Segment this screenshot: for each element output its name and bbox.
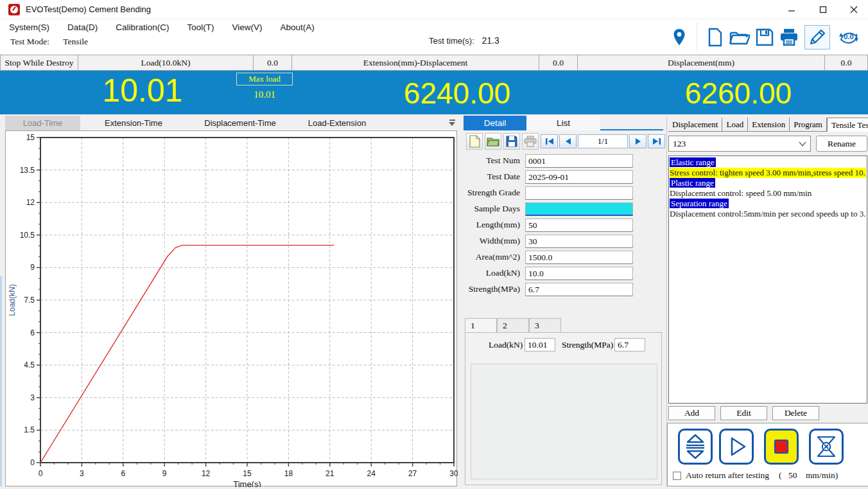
result-tab-2[interactable]: 2 <box>497 318 529 332</box>
sample-days-field[interactable] <box>525 202 633 216</box>
window-title: EVOTest(Demo) Cement Bending <box>26 4 151 14</box>
result-tab-3[interactable]: 3 <box>529 318 561 332</box>
location-pin-icon[interactable] <box>672 28 687 47</box>
detail-new-file-icon[interactable] <box>466 133 483 150</box>
svg-text:3: 3 <box>30 393 35 402</box>
scheme-select-value: 123 <box>673 139 686 149</box>
detail-panel: Detail List 1/1 <box>464 116 663 486</box>
edit-pencil-icon[interactable] <box>804 25 830 49</box>
return-hourglass-icon <box>813 434 839 459</box>
minimize-button[interactable] <box>777 0 806 19</box>
next-page-button[interactable] <box>629 134 647 148</box>
status-bar: Stop While Destroy Load(10.0kN) 0.0 Exte… <box>0 55 868 71</box>
area-field[interactable] <box>525 251 633 264</box>
add-button[interactable]: Add <box>668 406 715 420</box>
sample-days-label: Sample Days <box>464 204 520 214</box>
first-page-button[interactable] <box>541 134 558 148</box>
start-play-icon <box>724 434 749 459</box>
jog-up-down-icon <box>682 433 708 460</box>
toolbar-separator <box>697 22 697 52</box>
tab-load[interactable]: Load <box>722 118 748 132</box>
stop-button[interactable] <box>764 429 799 465</box>
svg-text:Load(kN): Load(kN) <box>8 284 17 316</box>
tab-load-time[interactable]: Load-Time <box>5 116 80 130</box>
tab-tensile-test[interactable]: Tensile Test <box>827 118 868 132</box>
detail-save-icon[interactable] <box>503 133 520 150</box>
step-displacement-control-2[interactable]: Displacement control:5mm/min per second … <box>670 209 866 219</box>
return-button[interactable] <box>809 429 844 465</box>
reset-zero-icon[interactable]: 0.0 <box>836 28 862 47</box>
tab-displacement[interactable]: Displacement <box>668 118 722 132</box>
form-row-test-date: Test Date <box>464 170 663 184</box>
new-file-icon[interactable] <box>707 28 724 47</box>
width-field[interactable] <box>525 235 633 248</box>
auto-return-label: Auto return after testing <box>686 470 769 481</box>
speed-value[interactable]: 50 <box>788 470 797 481</box>
last-page-button[interactable] <box>648 134 665 148</box>
status-stop-mode: Stop While Destroy <box>0 55 78 71</box>
menu-item-system[interactable]: System(S) <box>9 22 49 32</box>
step-plastic-range[interactable]: Plastic range <box>670 178 866 188</box>
tab-extension-time[interactable]: Extension-Time <box>80 116 187 130</box>
load-field[interactable] <box>525 267 633 280</box>
status-load-value: 0.0 <box>254 55 292 71</box>
strength-field[interactable] <box>525 283 633 296</box>
strength-grade-field[interactable] <box>525 186 633 200</box>
max-load-label: Max load <box>236 73 293 85</box>
jog-up-down-button[interactable] <box>678 429 713 465</box>
menu-item-view[interactable]: View(V) <box>232 22 263 32</box>
tab-displacement-time[interactable]: Displacement-Time <box>187 116 293 130</box>
menu-item-about[interactable]: About(A) <box>281 22 315 32</box>
step-displacement-control-1[interactable]: Displacement control: speed 5.00 mm/min <box>670 188 866 199</box>
left-splitter[interactable] <box>0 276 2 486</box>
status-extension-value: 0.0 <box>539 55 578 71</box>
svg-text:7.5: 7.5 <box>24 296 35 305</box>
step-stress-control[interactable]: Stress control: tighten speed 3.00 mm/mi… <box>670 168 866 178</box>
form-row-strength-grade: Strength Grade <box>464 186 663 200</box>
close-button[interactable] <box>840 0 868 19</box>
tab-program[interactable]: Program <box>790 118 827 132</box>
menu-item-data[interactable]: Data(D) <box>67 22 98 32</box>
chart-tabs-dropdown-icon[interactable] <box>448 120 456 127</box>
form-row-length: Length(mm) <box>464 218 663 232</box>
load-time-chart: 03691215182124273001.534.567.5910.51213.… <box>5 130 457 486</box>
maximize-button[interactable] <box>809 0 837 19</box>
rename-button[interactable]: Rename <box>816 136 867 152</box>
save-icon[interactable] <box>756 28 774 46</box>
tab-list[interactable]: List <box>526 116 600 130</box>
menu-item-tool[interactable]: Tool(T) <box>187 22 214 32</box>
test-num-field[interactable] <box>525 154 633 168</box>
svg-text:6: 6 <box>30 328 35 337</box>
step-separation-range[interactable]: Separation range <box>670 199 866 209</box>
tab-load-extension[interactable]: Load-Extension <box>293 116 381 130</box>
auto-return-checkbox[interactable] <box>673 472 681 480</box>
svg-text:30: 30 <box>449 469 458 478</box>
svg-text:10.5: 10.5 <box>20 231 35 240</box>
page-indicator: 1/1 <box>578 134 628 148</box>
prev-page-button[interactable] <box>559 134 577 148</box>
test-date-field[interactable] <box>525 170 633 184</box>
program-step-list[interactable]: Elastic range Stress control: tighten sp… <box>668 156 867 404</box>
detail-open-folder-icon[interactable] <box>485 133 501 150</box>
start-button[interactable] <box>719 429 754 465</box>
length-field[interactable] <box>525 218 633 232</box>
tab-detail[interactable]: Detail <box>464 116 526 130</box>
step-elastic-range[interactable]: Elastic range <box>670 157 866 168</box>
menu-item-calibration[interactable]: Calibration(C) <box>116 22 169 32</box>
tab-extension[interactable]: Extension <box>748 118 790 132</box>
detail-print-icon[interactable] <box>522 133 539 150</box>
print-icon[interactable] <box>779 28 799 46</box>
result-load-field[interactable] <box>525 338 555 351</box>
svg-text:9: 9 <box>30 263 35 272</box>
test-mode-value: Tensile <box>63 37 88 46</box>
open-folder-icon[interactable] <box>729 28 750 46</box>
main-toolbar: 0.0 <box>672 20 862 54</box>
result-strength-field[interactable] <box>614 338 645 351</box>
title-bar: EVOTest(Demo) Cement Bending <box>0 0 868 19</box>
edit-button[interactable]: Edit <box>720 406 767 420</box>
scheme-select[interactable]: 123 <box>668 136 811 152</box>
test-time-label: Test time(s): <box>429 36 474 46</box>
result-tab-1[interactable]: 1 <box>465 318 497 333</box>
delete-button[interactable]: Delete <box>772 406 819 420</box>
test-num-label: Test Num <box>464 156 520 166</box>
